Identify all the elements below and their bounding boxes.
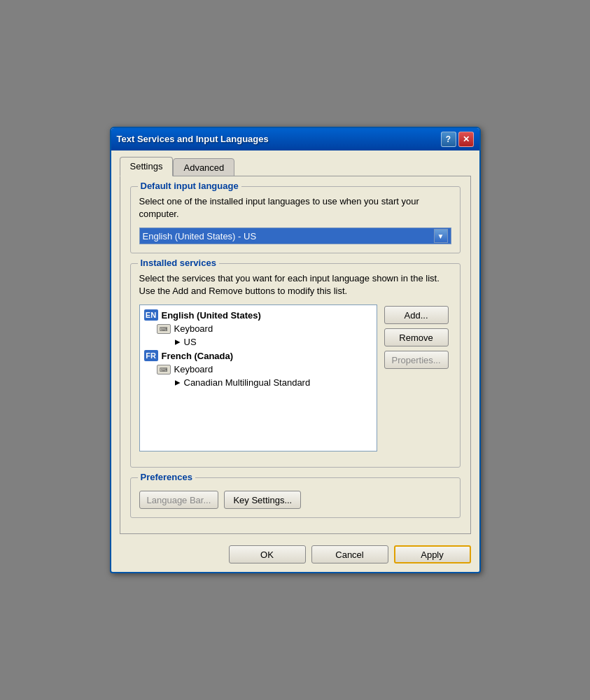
title-bar: Text Services and Input Languages ? ✕ — [111, 128, 479, 150]
en-lang-text: English (United States) — [162, 310, 261, 321]
fr-badge: FR — [144, 350, 158, 361]
default-input-language-group: Default input language Select one of the… — [130, 186, 461, 253]
default-input-language-description: Select one of the installed input langua… — [139, 195, 451, 220]
key-settings-button[interactable]: Key Settings... — [224, 491, 301, 509]
list-item[interactable]: ⌨ Keyboard — [140, 322, 377, 335]
window-title: Text Services and Input Languages — [117, 134, 269, 144]
preferences-group: Preferences Language Bar... Key Settings… — [130, 477, 461, 518]
add-button[interactable]: Add... — [384, 306, 449, 324]
us-layout-text: US — [184, 337, 197, 347]
tab-content: Default input language Select one of the… — [120, 176, 471, 535]
dropdown-selected-value: English (United States) - US — [143, 231, 257, 241]
window-content: Settings Advanced Default input language… — [111, 150, 479, 573]
fr-keyboard-text: Keyboard — [174, 364, 213, 374]
fr-layout-text: Canadian Multilingual Standard — [184, 377, 311, 388]
tab-advanced[interactable]: Advanced — [173, 158, 234, 178]
ok-button[interactable]: OK — [229, 545, 306, 564]
tab-settings[interactable]: Settings — [120, 157, 174, 176]
list-item[interactable]: Canadian Multilingual Standard — [140, 376, 377, 389]
list-item[interactable]: ⌨ Keyboard — [140, 363, 377, 376]
services-list[interactable]: EN English (United States) ⌨ Keyboard US — [139, 304, 377, 451]
list-item[interactable]: US — [140, 335, 377, 349]
en-badge: EN — [144, 309, 158, 321]
help-button[interactable]: ? — [441, 132, 456, 147]
remove-button[interactable]: Remove — [384, 328, 449, 346]
bullet-icon — [175, 340, 181, 345]
services-area: EN English (United States) ⌨ Keyboard US — [139, 304, 451, 451]
bottom-buttons: OK Cancel Apply — [120, 540, 471, 564]
title-bar-controls: ? ✕ — [441, 132, 474, 147]
properties-button[interactable]: Properties... — [384, 351, 449, 369]
apply-button[interactable]: Apply — [394, 545, 471, 564]
default-language-dropdown[interactable]: English (United States) - US ▼ — [139, 227, 451, 244]
list-item[interactable]: FR French (Canada) — [140, 349, 377, 363]
installed-services-description: Select the services that you want for ea… — [139, 272, 451, 298]
keyboard-icon-fr: ⌨ — [157, 365, 171, 374]
en-keyboard-text: Keyboard — [174, 323, 213, 334]
preferences-label: Preferences — [138, 472, 195, 482]
language-bar-button[interactable]: Language Bar... — [139, 491, 219, 509]
services-buttons: Add... Remove Properties... — [384, 304, 449, 369]
cancel-button[interactable]: Cancel — [311, 545, 388, 564]
dropdown-arrow-icon: ▼ — [434, 229, 448, 243]
installed-services-group: Installed services Select the services t… — [130, 263, 461, 468]
close-button[interactable]: ✕ — [458, 132, 474, 147]
bullet-icon-fr — [175, 380, 181, 386]
fr-lang-text: French (Canada) — [162, 351, 234, 361]
preferences-buttons-area: Language Bar... Key Settings... — [139, 491, 451, 509]
tabs-container: Settings Advanced — [120, 156, 471, 176]
installed-services-label: Installed services — [138, 258, 219, 268]
default-input-language-label: Default input language — [138, 181, 241, 191]
list-item[interactable]: EN English (United States) — [140, 308, 377, 322]
main-window: Text Services and Input Languages ? ✕ Se… — [110, 127, 481, 574]
keyboard-icon: ⌨ — [157, 324, 171, 334]
